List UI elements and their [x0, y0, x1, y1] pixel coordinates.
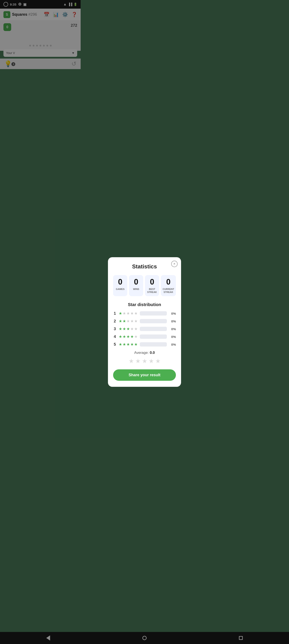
modal-overlay: × Statistics 0 GAMES 0 WINS 0 BEST STREA… [0, 0, 81, 175]
